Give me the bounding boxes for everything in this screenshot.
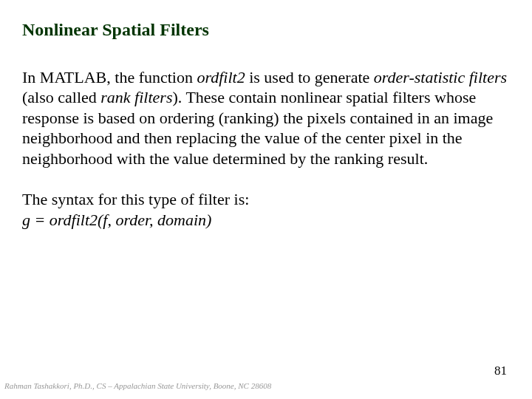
footer-attribution: Rahman Tashakkori, Ph.D., CS – Appalachi… xyxy=(4,381,271,390)
paragraph-1: In MATLAB, the function ordfilt2 is used… xyxy=(22,67,510,169)
page-number: 81 xyxy=(494,364,507,378)
p1-text-b: is used to generate xyxy=(245,68,374,86)
p1-term-order-statistic: order-statistic filters xyxy=(374,68,507,86)
p1-text-c: (also called xyxy=(22,88,100,106)
slide-title: Nonlinear Spatial Filters xyxy=(22,19,510,41)
p2-syntax: g = ordfilt2(f, order, domain) xyxy=(22,211,211,229)
p1-term-rank-filters: rank filters xyxy=(100,88,172,106)
p1-text-a: In MATLAB, the function xyxy=(22,68,197,86)
p1-term-ordfilt2: ordfilt2 xyxy=(197,68,245,86)
paragraph-2: The syntax for this type of filter is: g… xyxy=(22,189,510,230)
p2-line1: The syntax for this type of filter is: xyxy=(22,190,249,208)
